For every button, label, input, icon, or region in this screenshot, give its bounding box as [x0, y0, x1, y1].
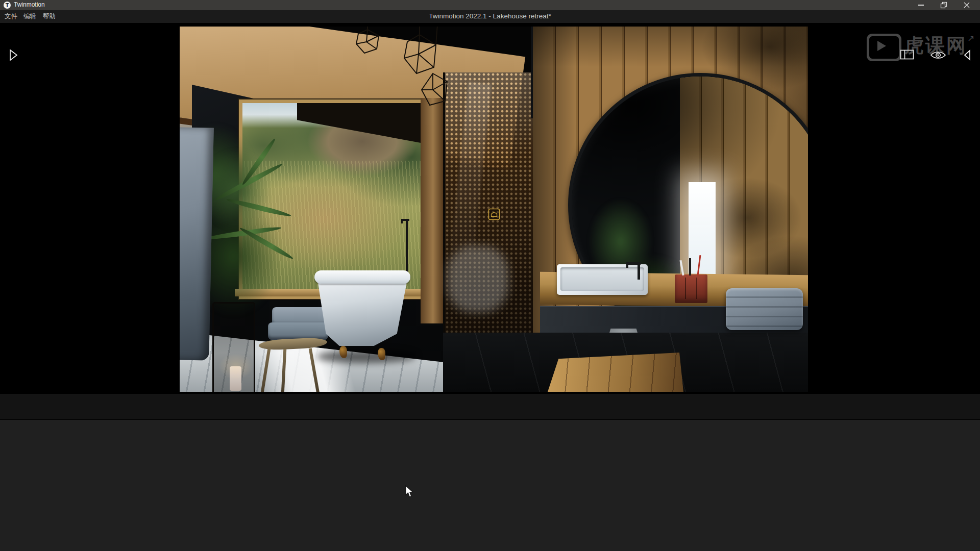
document-title: Twinmotion 2022.1 - Lakehouse retreat* — [0, 12, 980, 20]
scene-hanging-towel — [180, 127, 214, 360]
restore-button[interactable] — [936, 0, 951, 10]
scene-sink-faucet-tip — [626, 262, 628, 268]
close-button[interactable] — [959, 0, 974, 10]
scene-tub-body — [314, 279, 410, 346]
minimize-button[interactable] — [913, 0, 928, 10]
watermark: 虎课网 ↗ — [867, 32, 974, 61]
menu-edit[interactable]: 编辑 — [23, 12, 36, 21]
scene-caddy-divider — [696, 278, 697, 299]
watermark-text: 虎课网 — [904, 32, 967, 59]
scene-stool-leg — [281, 349, 287, 392]
titlebar: T Twinmotion — [0, 0, 980, 10]
watermark-tv-icon — [867, 34, 901, 61]
scene-caddy — [675, 274, 707, 303]
titlebar-app-name: Twinmotion — [14, 1, 45, 8]
scene-wood-mat — [548, 353, 683, 392]
scene-tub-rim — [314, 270, 410, 284]
close-icon — [964, 2, 970, 8]
watermark-arrow-icon: ↗ — [967, 33, 974, 44]
render-settings-panel: 关闭 路径追踪器 开启 全局光 — [0, 420, 980, 551]
twinmotion-window: T Twinmotion Twinmotion 2022.1 - Lakehou… — [0, 0, 980, 551]
scene-candle — [230, 366, 241, 391]
menu-file[interactable]: 文件 — [5, 12, 17, 21]
selection-gizmo-icon[interactable] — [488, 208, 500, 220]
scene-sink — [557, 264, 648, 295]
scene-tub-shadow — [316, 350, 416, 363]
menubar: Twinmotion 2022.1 - Lakehouse retreat* 文… — [0, 10, 980, 23]
twinmotion-logo-icon: T — [4, 2, 11, 9]
render-image — [180, 27, 808, 392]
scene-wood-post — [421, 98, 443, 323]
media-navbar: 媒体 > 图片 > Image1 > 渲染器设置 — [0, 394, 980, 420]
scene-mirror-light-panel — [689, 182, 716, 277]
scene-pendant-lights — [343, 27, 453, 127]
play-outline-icon[interactable] — [8, 48, 18, 64]
restore-icon — [940, 2, 947, 9]
scene-folded-towel — [726, 288, 803, 330]
scene-tub-faucet-tip — [401, 219, 403, 223]
scene-tub-foot — [378, 348, 385, 360]
scene-toothbrush — [689, 258, 691, 276]
scene-stool-leg — [260, 348, 271, 392]
scene-tub-faucet — [406, 220, 408, 277]
scene-tub-foot — [339, 346, 347, 358]
scene-glass-tub-hint — [447, 246, 508, 312]
scene-sink-basin — [560, 267, 644, 291]
menu-help[interactable]: 帮助 — [43, 12, 56, 21]
viewport: 虎课网 ↗ — [0, 23, 980, 394]
scene-bathtub — [314, 270, 410, 362]
scene-candle-glow — [218, 353, 253, 380]
scene-caddy-divider — [685, 278, 686, 299]
scene-sink-faucet-post — [638, 262, 640, 280]
mouse-cursor — [405, 485, 414, 500]
